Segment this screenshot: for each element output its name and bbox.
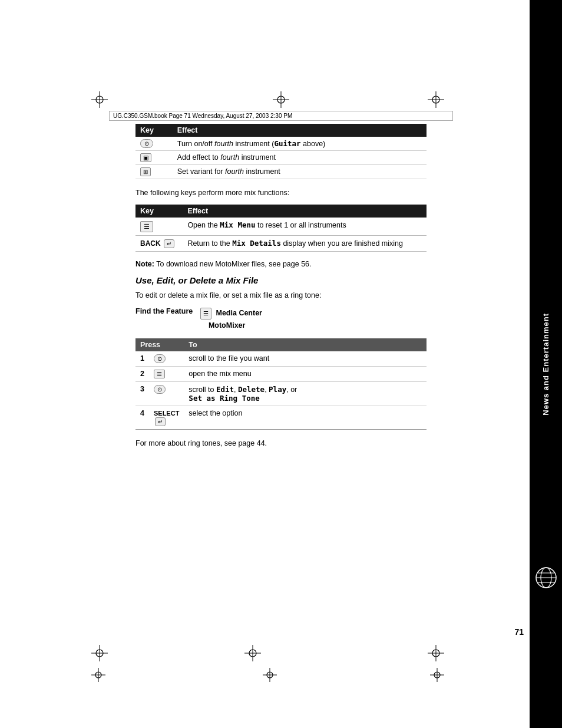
find-feature-path2: MotoMixer — [209, 321, 246, 330]
table-row: ⊙ Turn on/off fourth instrument (Guitar … — [135, 137, 427, 151]
steps-to-header: To — [184, 338, 427, 351]
paragraph-1: The following keys perform more mix func… — [135, 187, 427, 199]
upper-key-effect-table: Key Effect ⊙ Turn on/off fourth instrume… — [135, 124, 427, 179]
step4-key-icon: ↵ — [155, 417, 166, 426]
table-row: 1 ⊙ scroll to the file you want — [135, 351, 427, 367]
crosshair-bottom-inner-right — [430, 668, 444, 684]
key-cell: BACK ↵ — [135, 235, 183, 251]
crosshair-bottom-center — [263, 668, 277, 684]
table-row: BACK ↵ Return to the Mix Details display… — [135, 235, 427, 251]
step2-key-icon: ☰ — [154, 370, 165, 378]
key-cell: ⊙ — [135, 137, 173, 151]
table-row: ⊞ Set variant for fourth instrument — [135, 165, 427, 179]
step1-key-icon: ⊙ — [154, 354, 166, 363]
key-cell: ▣ — [135, 151, 173, 165]
globe-icon — [535, 566, 557, 589]
step-number: 2 — [135, 366, 149, 381]
page-number: 71 — [514, 627, 524, 637]
step-number: 3 — [135, 381, 149, 406]
effect-cell: Open the Mix Menu to reset 1 or all inst… — [183, 218, 427, 236]
table-row: 2 ☰ open the mix menu — [135, 366, 427, 381]
step-press: ☰ — [149, 366, 184, 381]
step-to: open the mix menu — [184, 366, 427, 381]
crosshair-top-middle — [273, 91, 289, 110]
effect-cell: Set variant for fourth instrument — [173, 165, 427, 179]
effect-cell: Turn on/off fourth instrument (Guitar ab… — [173, 137, 427, 151]
upper-table-effect-header: Effect — [173, 124, 427, 137]
note-text: Note: To download new MotoMixer files, s… — [135, 260, 427, 268]
find-feature-line1: ☰ Media Center — [200, 307, 262, 319]
effect-cell: Add effect to fourth instrument — [173, 151, 427, 165]
find-feature-path1: Media Center — [216, 309, 262, 317]
step-to: scroll to Edit, Delete, Play, orSet as R… — [184, 381, 427, 406]
mix-functions-table: Key Effect ☰ Open the Mix Menu to reset … — [135, 205, 427, 252]
table-row: 3 ⊙ scroll to Edit, Delete, Play, orSet … — [135, 381, 427, 406]
back-key-label: BACK — [140, 239, 161, 248]
key-icon-3: ⊞ — [140, 167, 151, 176]
footer-text: For more about ring tones, see page 44. — [135, 438, 427, 449]
sidebar-label: News and Entertainment — [541, 313, 550, 416]
section-title: Use, Edit, or Delete a Mix File — [135, 275, 427, 285]
effect-cell: Return to the Mix Details display when y… — [183, 235, 427, 251]
step-number: 4 — [135, 406, 149, 429]
steps-table: Press To 1 ⊙ scroll to the file you want… — [135, 338, 427, 430]
step-press: ⊙ — [149, 351, 184, 367]
back-key-icon: ↵ — [164, 239, 174, 248]
step-press: SELECT ↵ — [149, 406, 184, 429]
crosshair-top-right — [428, 91, 444, 110]
menu-key-icon: ☰ — [140, 221, 153, 232]
find-feature-value: ☰ Media Center MotoMixer — [200, 307, 262, 331]
find-feature-label: Find the Feature — [135, 307, 200, 315]
page-wrapper: News and Entertainment 71 UG.C350.GSM.bo… — [0, 0, 562, 728]
menu-key-inline: ☰ — [200, 308, 211, 319]
step-press: ⊙ — [149, 381, 184, 406]
find-feature-row: Find the Feature ☰ Media Center MotoMixe… — [135, 307, 427, 331]
key-icon-1: ⊙ — [140, 139, 153, 148]
table-row: 4 SELECT ↵ select the option — [135, 406, 427, 429]
content-area: Key Effect ⊙ Turn on/off fourth instrume… — [135, 124, 427, 657]
mix-table-effect-header: Effect — [183, 205, 427, 218]
file-info-bar: UG.C350.GSM.book Page 71 Wednesday, Augu… — [109, 111, 453, 121]
table-row: ▣ Add effect to fourth instrument — [135, 151, 427, 165]
upper-table-key-header: Key — [135, 124, 173, 137]
file-info-text: UG.C350.GSM.book Page 71 Wednesday, Augu… — [113, 113, 292, 119]
crosshair-top-left — [91, 91, 108, 110]
key-cell: ⊞ — [135, 165, 173, 179]
step-to: select the option — [184, 406, 427, 429]
sidebar-right: News and Entertainment — [530, 0, 562, 728]
note-content: To download new MotoMixer files, see pag… — [156, 260, 311, 268]
note-label: Note: — [135, 260, 154, 268]
crosshair-bottom-right — [428, 645, 444, 663]
table-row: ☰ Open the Mix Menu to reset 1 or all in… — [135, 218, 427, 236]
find-feature-line2: MotoMixer — [200, 319, 262, 331]
key-cell: ☰ — [135, 218, 183, 236]
mix-table-key-header: Key — [135, 205, 183, 218]
step4-key-label: SELECT — [154, 410, 179, 417]
crosshair-bottom-inner-left — [91, 668, 105, 684]
globe-icon-container — [530, 557, 562, 598]
crosshair-bottom-left — [91, 645, 108, 663]
step-number: 1 — [135, 351, 149, 367]
step3-key-icon: ⊙ — [154, 385, 166, 394]
step-to: scroll to the file you want — [184, 351, 427, 367]
key-icon-2: ▣ — [140, 153, 151, 162]
intro-text: To edit or delete a mix file, or set a m… — [135, 290, 427, 301]
steps-press-header: Press — [135, 338, 184, 351]
